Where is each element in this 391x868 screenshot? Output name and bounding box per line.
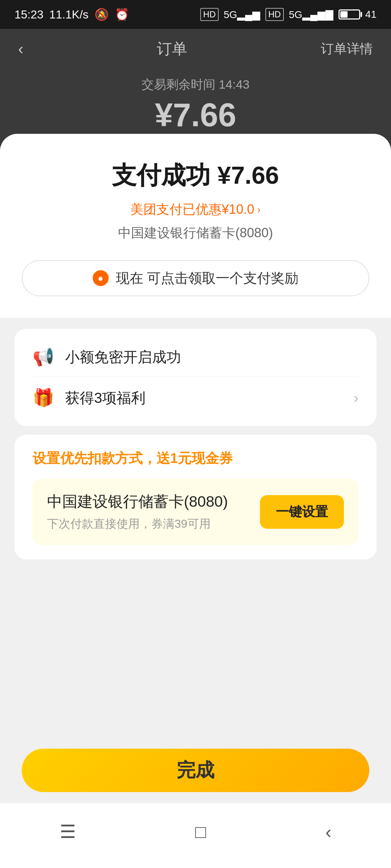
menu-nav-button[interactable]: ☰	[60, 821, 76, 842]
feature-card: 📢 小额免密开启成功 🎁 获得3项福利 ›	[14, 329, 377, 426]
header-bar: ‹ 订单 订单详情	[0, 29, 391, 69]
home-icon: □	[195, 821, 206, 842]
setup-title-highlight: 送1元现金券	[156, 451, 233, 466]
timer-label: 交易剩余时间 14:43	[142, 76, 250, 93]
chevron-right-icon: ›	[257, 204, 260, 216]
status-left: 15:23 11.1K/s 🔕 ⏰	[14, 8, 129, 21]
battery-percent: 41	[365, 9, 377, 20]
nav-bar: ☰ □ ‹	[0, 803, 391, 868]
setup-title: 设置优先扣款方式，送1元现金券	[33, 449, 358, 468]
menu-icon: ☰	[60, 821, 76, 842]
small-amount-text: 小额免密开启成功	[65, 347, 358, 367]
bank-info: 中国建设银行储蓄卡(8080)	[118, 224, 273, 242]
hd-badge2: HD	[265, 8, 284, 21]
battery-fill	[340, 11, 348, 18]
speaker-icon: 📢	[33, 347, 54, 367]
hd-badge: HD	[200, 8, 219, 21]
benefits-chevron-icon: ›	[354, 390, 358, 406]
success-section: 支付成功 ¥7.66 美团支付已优惠¥10.0 › 中国建设银行储蓄卡(8080…	[0, 134, 391, 318]
back-button[interactable]: ‹	[18, 40, 24, 58]
signal-5g2: 5G▂▄▆▇	[289, 9, 333, 21]
home-nav-button[interactable]: □	[195, 821, 206, 842]
status-bar: 15:23 11.1K/s 🔕 ⏰ HD 5G▂▄▆ HD 5G▂▄▆▇ 41	[0, 0, 391, 29]
battery-icon	[339, 9, 360, 20]
page-title: 订单	[157, 39, 187, 59]
order-amount: ¥7.66	[155, 97, 236, 134]
order-detail-link[interactable]: 订单详情	[321, 40, 373, 58]
signal-5g: 5G▂▄▆	[224, 9, 260, 21]
setup-title-prefix: 设置优先扣款方式，	[33, 451, 156, 466]
reward-btn-text: 现在 可点击领取一个支付奖励	[116, 269, 299, 288]
meituan-discount-link[interactable]: 美团支付已优惠¥10.0 ›	[130, 201, 260, 218]
bank-card-sub: 下次付款直接使用，券满39可用	[47, 516, 228, 532]
bottom-bar: 完成	[0, 738, 391, 803]
small-amount-row: 📢 小额免密开启成功	[33, 343, 358, 371]
reward-icon: ●	[93, 270, 109, 286]
setup-card: 设置优先扣款方式，送1元现金券 中国建设银行储蓄卡(8080) 下次付款直接使用…	[14, 435, 377, 559]
mute-icon: 🔕	[94, 8, 109, 21]
back-nav-button[interactable]: ‹	[325, 821, 332, 842]
meituan-discount-text: 美团支付已优惠¥10.0	[130, 201, 254, 218]
one-click-setup-button[interactable]: 一键设置	[260, 495, 344, 529]
gift-icon: 🎁	[33, 388, 54, 408]
alarm-icon: ⏰	[115, 8, 129, 21]
main-card: 支付成功 ¥7.66 美团支付已优惠¥10.0 › 中国建设银行储蓄卡(8080…	[0, 134, 391, 803]
bank-card-name: 中国建设银行储蓄卡(8080)	[47, 492, 228, 512]
status-right: HD 5G▂▄▆ HD 5G▂▄▆▇ 41	[200, 8, 377, 21]
back-icon: ‹	[325, 821, 332, 842]
success-title: 支付成功 ¥7.66	[112, 159, 279, 192]
cards-area: 📢 小额免密开启成功 🎁 获得3项福利 › 设置优先扣款方式，送1元现金券 中国…	[0, 318, 391, 570]
reward-button[interactable]: ● 现在 可点击领取一个支付奖励	[22, 260, 369, 296]
network-speed: 11.1K/s	[49, 8, 89, 21]
done-button[interactable]: 完成	[22, 749, 369, 792]
benefits-text: 获得3项福利	[65, 388, 343, 408]
bank-card-box: 中国建设银行储蓄卡(8080) 下次付款直接使用，券满39可用 一键设置	[33, 478, 358, 545]
benefits-row[interactable]: 🎁 获得3项福利 ›	[33, 376, 358, 412]
bank-card-info: 中国建设银行储蓄卡(8080) 下次付款直接使用，券满39可用	[47, 492, 228, 532]
time-display: 15:23	[14, 8, 43, 21]
